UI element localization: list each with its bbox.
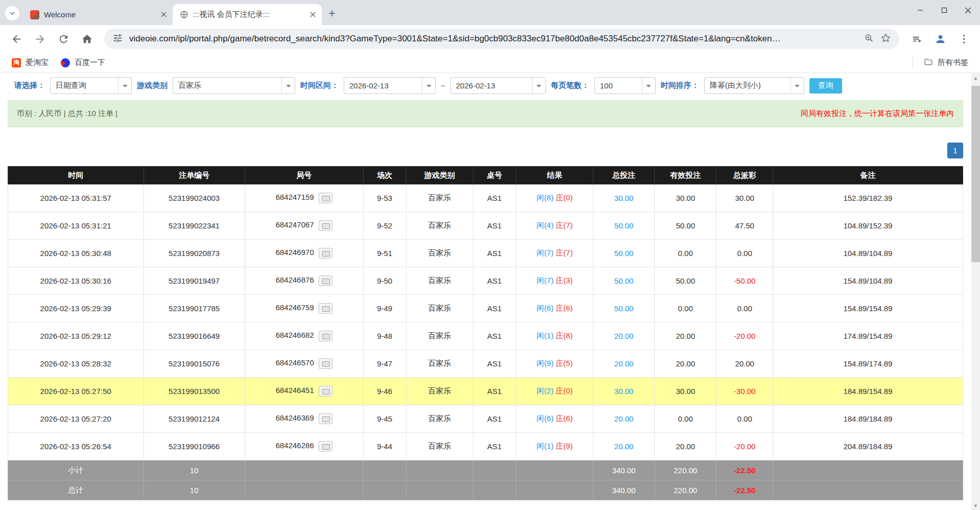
zoom-icon[interactable] (864, 33, 874, 45)
tab-close-icon[interactable] (158, 10, 169, 20)
range-separator: ~ (441, 81, 445, 90)
total-bet-link[interactable]: 50.00 (593, 212, 655, 240)
player-result: 闲(2) (537, 386, 554, 395)
time-sort-select[interactable]: 降幂(由大到小) (704, 77, 804, 94)
total-bet-link[interactable]: 30.00 (593, 378, 655, 405)
replay-icon[interactable] (319, 303, 332, 314)
total-bet-link[interactable]: 30.00 (593, 184, 655, 212)
date-from-select[interactable]: 2026-02-13 (344, 77, 436, 94)
profile-avatar[interactable] (930, 29, 950, 49)
reload-button[interactable] (53, 29, 74, 49)
tab-close-icon[interactable] (307, 10, 318, 20)
total-bet-link[interactable]: 50.00 (593, 267, 655, 295)
game-type: 百家乐 (406, 240, 473, 267)
game-type: 百家乐 (406, 322, 473, 350)
forward-button[interactable] (30, 29, 50, 49)
table-number: AS1 (473, 295, 516, 322)
round-cell: 684246682 (245, 322, 363, 350)
maximize-button[interactable] (932, 0, 956, 20)
total-bet-link[interactable]: 50.00 (593, 240, 655, 267)
session-number: 9-44 (363, 433, 406, 460)
page-1-button[interactable]: 1 (947, 143, 963, 158)
remark: 152.39/182.39 (773, 184, 963, 212)
replay-icon[interactable] (319, 441, 332, 452)
table-number: AS1 (473, 184, 516, 212)
result-cell: 闲(9) 庄(5) (516, 350, 593, 378)
remark: 184.89/184.89 (773, 405, 963, 433)
total-bet-link[interactable]: 50.00 (593, 295, 655, 322)
round-cell: 684247067 (245, 212, 363, 240)
all-bookmarks-button[interactable]: 所有书签 (919, 55, 973, 71)
home-button[interactable] (77, 29, 97, 49)
window-controls (908, 0, 980, 20)
time-range-label: 时间区间： (300, 81, 339, 90)
bet-number: 523199013500 (144, 378, 245, 405)
replay-icon[interactable] (319, 193, 332, 203)
total-bet-link[interactable]: 20.00 (593, 433, 655, 460)
game-type: 百家乐 (406, 405, 473, 433)
payout: 20.00 (716, 350, 773, 378)
scrollbar-thumb[interactable] (971, 86, 980, 262)
menu-icon[interactable] (953, 29, 974, 49)
col-result: 结果 (516, 167, 593, 184)
grand-total-count: 10 (144, 480, 245, 500)
total-bet-link[interactable]: 20.00 (593, 405, 655, 433)
col-remark: 备注 (773, 167, 963, 184)
remark: 104.89/152.39 (773, 212, 963, 240)
round-number: 684246286 (276, 441, 314, 450)
table-row: 2026-02-13 05:28:32 523199015076 6842465… (8, 350, 963, 378)
table-number: AS1 (473, 240, 516, 267)
replay-icon[interactable] (319, 386, 332, 397)
page-size-select[interactable]: 100 (594, 77, 656, 94)
col-valid-bet: 有效投注 (654, 167, 716, 184)
player-result: 闲(4) (537, 221, 554, 229)
game-type: 百家乐 (406, 295, 473, 322)
replay-icon[interactable] (319, 413, 332, 424)
scroll-up-icon[interactable]: ▲ (971, 74, 980, 82)
replay-icon[interactable] (319, 275, 332, 286)
session-number: 9-46 (363, 378, 406, 405)
game-type-select[interactable]: 百家乐 (173, 77, 295, 94)
session-number: 9-50 (363, 267, 406, 295)
replay-icon[interactable] (319, 248, 332, 259)
bookmark-aitaobao[interactable]: 淘 爱淘宝 (7, 55, 53, 70)
col-time: 时间 (8, 167, 144, 184)
total-bet-link[interactable]: 20.00 (593, 322, 655, 350)
scroll-down-icon[interactable]: ▼ (971, 501, 980, 510)
table-row: 2026-02-13 05:31:57 523199024003 6842471… (8, 184, 963, 212)
bookmark-star-icon[interactable] (880, 33, 891, 45)
round-number: 684247159 (276, 193, 314, 201)
replay-icon[interactable] (319, 358, 332, 369)
replay-icon[interactable] (319, 331, 332, 341)
tab-title: :::视讯 会员下注纪录::: (193, 10, 303, 19)
close-button[interactable] (956, 0, 980, 20)
result-cell: 闲(8) 庄(0) (516, 184, 593, 212)
table-number: AS1 (473, 378, 516, 405)
tab-welcome[interactable]: Welcome (23, 4, 173, 25)
tab-search-button[interactable] (5, 6, 19, 20)
new-tab-button[interactable]: + (324, 5, 340, 21)
media-controls-icon[interactable] (906, 29, 927, 49)
payout: 0.00 (716, 240, 773, 267)
player-result: 闲(7) (537, 276, 554, 285)
search-button[interactable]: 查询 (809, 78, 842, 94)
folder-icon (924, 57, 933, 68)
back-button[interactable] (6, 29, 27, 49)
player-result: 闲(6) (537, 414, 554, 423)
bookmark-baidu[interactable]: 百度一下 (56, 55, 110, 70)
bet-number: 523199010966 (144, 433, 245, 460)
minimize-button[interactable] (908, 0, 932, 20)
remark: 204.89/184.89 (773, 433, 963, 460)
session-number: 9-51 (363, 240, 406, 267)
total-bet-link[interactable]: 20.00 (593, 350, 655, 378)
tab-betrecord[interactable]: :::视讯 会员下注纪录::: (173, 4, 322, 25)
site-info-icon[interactable] (112, 33, 123, 45)
bet-time: 2026-02-13 05:27:50 (8, 378, 144, 405)
date-mode-select[interactable]: 日期查询 (50, 77, 132, 94)
date-to-select[interactable]: 2026-02-13 (450, 77, 546, 94)
banker-result: 庄(8) (556, 331, 572, 340)
bet-time: 2026-02-13 05:30:48 (8, 240, 144, 267)
replay-icon[interactable] (319, 220, 332, 231)
vertical-scrollbar[interactable]: ▲ ▼ (971, 74, 980, 510)
address-bar[interactable]: videoie.com/ipl/portal.php/game/betrecor… (104, 29, 899, 49)
